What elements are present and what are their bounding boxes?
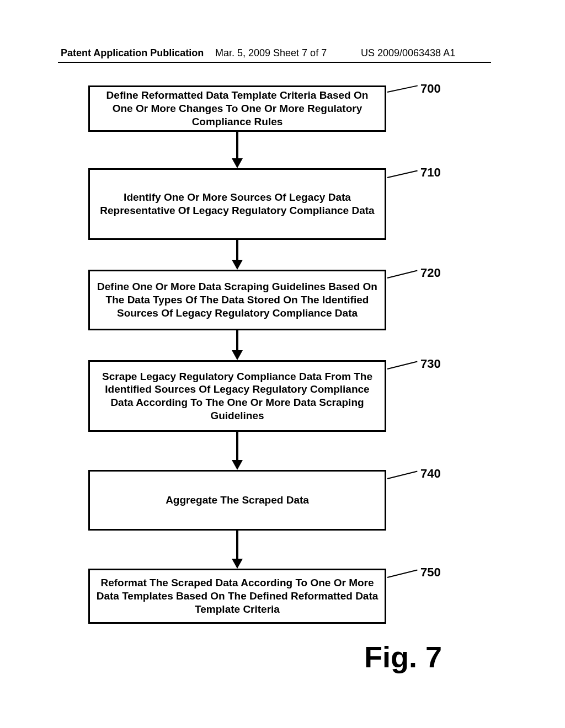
flow-step-text: Scrape Legacy Regulatory Compliance Data… xyxy=(95,370,379,422)
arrow xyxy=(236,330,238,351)
ref-750: 750 xyxy=(420,565,441,580)
ref-720: 720 xyxy=(420,266,441,280)
arrow-head-icon xyxy=(232,559,243,569)
leader-line xyxy=(387,569,418,577)
arrow-head-icon xyxy=(232,158,243,168)
leader-line xyxy=(387,270,418,278)
ref-710: 710 xyxy=(420,165,441,180)
ref-730: 730 xyxy=(420,357,441,371)
ref-700: 700 xyxy=(420,82,441,96)
arrow xyxy=(236,531,238,560)
flow-step-text: Reformat The Scraped Data According To O… xyxy=(95,576,379,615)
flow-step-710: Identify One Or More Sources Of Legacy D… xyxy=(88,168,386,240)
flow-step-730: Scrape Legacy Regulatory Compliance Data… xyxy=(88,360,386,432)
arrow xyxy=(236,432,238,461)
arrow-head-icon xyxy=(232,350,243,360)
page: Patent Application Publication Mar. 5, 2… xyxy=(0,0,565,728)
header-publication: Patent Application Publication xyxy=(61,47,204,59)
arrow xyxy=(236,240,238,261)
leader-line xyxy=(387,85,418,93)
arrow-head-icon xyxy=(232,260,243,270)
flow-step-text: Define Reformatted Data Template Criteri… xyxy=(95,89,379,128)
leader-line xyxy=(387,170,418,178)
header-rule xyxy=(58,62,491,63)
header-date-sheet: Mar. 5, 2009 Sheet 7 of 7 xyxy=(215,47,327,59)
flow-step-740: Aggregate The Scraped Data xyxy=(88,470,386,531)
arrow-head-icon xyxy=(232,460,243,470)
flow-step-720: Define One Or More Data Scraping Guideli… xyxy=(88,270,386,330)
flow-step-text: Identify One Or More Sources Of Legacy D… xyxy=(95,191,379,217)
arrow xyxy=(236,132,238,159)
leader-line xyxy=(387,470,418,479)
header-pub-number: US 2009/0063438 A1 xyxy=(361,47,455,59)
leader-line xyxy=(387,361,418,369)
flow-step-700: Define Reformatted Data Template Criteri… xyxy=(88,85,386,132)
flow-step-750: Reformat The Scraped Data According To O… xyxy=(88,569,386,624)
flow-step-text: Aggregate The Scraped Data xyxy=(166,494,309,507)
flow-step-text: Define One Or More Data Scraping Guideli… xyxy=(95,280,379,319)
ref-740: 740 xyxy=(420,467,441,481)
figure-label: Fig. 7 xyxy=(364,640,442,674)
